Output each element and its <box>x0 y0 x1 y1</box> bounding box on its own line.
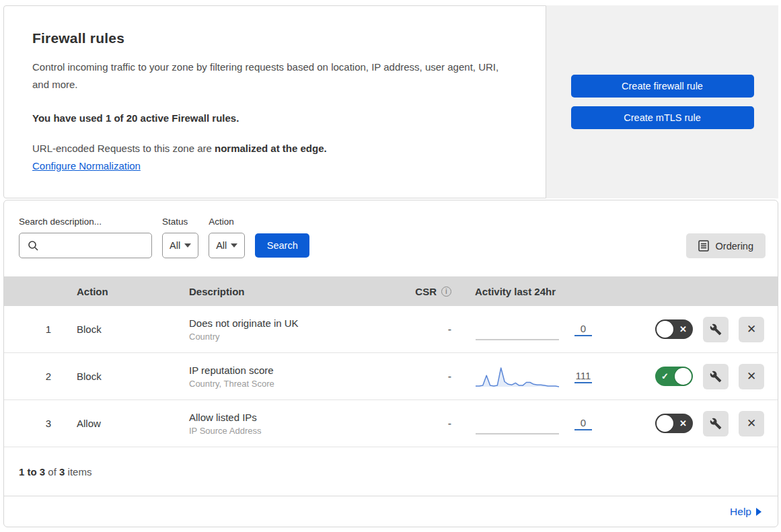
configure-normalization-link[interactable]: Configure Normalization <box>32 160 141 172</box>
action-select[interactable]: All <box>209 233 245 258</box>
toggle-state-icon <box>679 319 687 339</box>
rule-description-cell: Allow listed IPs IP Source Address <box>189 412 408 436</box>
rule-controls <box>620 317 778 342</box>
help-bar: Help <box>4 496 778 527</box>
edit-rule-button[interactable] <box>703 364 729 389</box>
rule-csr: - <box>408 371 451 383</box>
filter-bar: Search description... Status All Action … <box>4 200 778 276</box>
table-row: 2 Block IP reputation score Country, Thr… <box>4 353 778 400</box>
action-selected-value: All <box>216 240 227 251</box>
wrench-icon <box>710 418 722 430</box>
close-icon <box>747 322 756 336</box>
toggle-state-icon <box>661 367 669 386</box>
column-activity: Activity last 24hr <box>451 286 620 297</box>
rule-description-cell: IP reputation score Country, Threat Scor… <box>189 365 408 389</box>
normalization-prefix: URL-encoded Requests to this zone are <box>32 143 215 154</box>
toggle-knob <box>657 321 673 338</box>
table-row: 1 Block Does not originate in UK Country… <box>4 306 778 353</box>
wrench-icon <box>710 324 722 336</box>
activity-sparkline <box>475 365 560 388</box>
help-arrow-icon <box>756 508 761 516</box>
activity-count-link[interactable]: 0 <box>574 417 592 430</box>
help-label: Help <box>730 506 751 518</box>
status-field: Status All <box>162 217 198 258</box>
items-label: items <box>68 466 92 478</box>
status-label: Status <box>162 217 198 227</box>
rule-csr: - <box>408 418 451 430</box>
edit-rule-button[interactable] <box>703 411 729 436</box>
rule-action: Block <box>71 324 189 335</box>
status-select[interactable]: All <box>162 233 198 258</box>
rule-activity-cell: 111 <box>451 365 620 388</box>
activity-sparkline <box>475 318 560 341</box>
close-icon <box>747 369 756 383</box>
usage-summary: You have used 1 of 20 active Firewall ru… <box>32 112 513 124</box>
rule-enabled-toggle[interactable] <box>655 414 693 433</box>
chevron-down-icon <box>184 243 191 248</box>
activity-sparkline <box>475 412 560 435</box>
search-field: Search description... <box>19 217 152 258</box>
help-link[interactable]: Help <box>730 506 761 518</box>
rule-activity-cell: 0 <box>451 318 620 341</box>
info-icon[interactable] <box>441 287 451 297</box>
activity-count-link[interactable]: 111 <box>574 370 592 383</box>
rule-csr: - <box>408 324 451 336</box>
edit-rule-button[interactable] <box>703 317 729 342</box>
items-total: 3 <box>59 466 65 478</box>
table-row: 3 Allow Allow listed IPs IP Source Addre… <box>4 400 778 447</box>
normalization-bold: normalized at the edge. <box>215 143 327 154</box>
close-icon <box>747 416 756 430</box>
toggle-knob <box>675 368 692 385</box>
rule-description-cell: Does not originate in UK Country <box>189 317 408 342</box>
delete-rule-button[interactable] <box>739 317 764 342</box>
page-description: Control incoming traffic to your zone by… <box>32 59 510 94</box>
action-field: Action All <box>209 217 245 258</box>
wrench-icon <box>710 371 722 383</box>
page-title: Firewall rules <box>32 30 513 46</box>
chevron-down-icon <box>231 243 237 248</box>
activity-count-link[interactable]: 0 <box>574 323 592 336</box>
csr-header-label: CSR <box>415 286 437 297</box>
status-selected-value: All <box>170 240 180 251</box>
table-header: Action Description CSR Activity last 24h… <box>4 276 778 306</box>
search-icon <box>28 240 39 252</box>
column-csr: CSR <box>408 286 451 297</box>
of-label: of <box>48 466 57 478</box>
search-label: Search description... <box>19 217 152 227</box>
delete-rule-button[interactable] <box>739 364 764 389</box>
column-description: Description <box>189 286 408 297</box>
rule-action: Block <box>71 371 189 382</box>
rule-enabled-toggle[interactable] <box>655 319 693 339</box>
action-label: Action <box>209 217 245 227</box>
actions-panel: Create firewall rule Create mTLS rule <box>546 5 778 198</box>
rule-controls <box>620 364 778 389</box>
create-firewall-rule-button[interactable]: Create firewall rule <box>571 75 754 98</box>
rule-priority: 2 <box>4 371 71 382</box>
rule-activity-cell: 0 <box>451 412 620 435</box>
column-action: Action <box>71 286 189 297</box>
rule-fields: Country, Threat Score <box>189 379 408 389</box>
search-input[interactable] <box>19 233 152 258</box>
rule-priority: 1 <box>4 324 71 335</box>
rule-description: IP reputation score <box>189 365 408 376</box>
pagination-summary: 1 to 3 of 3 items <box>4 447 778 496</box>
top-section: Firewall rules Control incoming traffic … <box>3 5 778 198</box>
ordering-icon <box>698 240 709 252</box>
ordering-button[interactable]: Ordering <box>686 233 766 258</box>
firewall-rules-page: Firewall rules Control incoming traffic … <box>0 0 781 532</box>
rule-description: Does not originate in UK <box>189 317 408 329</box>
rules-card: Search description... Status All Action … <box>3 200 778 527</box>
delete-rule-button[interactable] <box>739 411 764 436</box>
rule-fields: IP Source Address <box>189 426 408 436</box>
rule-priority: 3 <box>4 418 71 429</box>
items-range: 1 to 3 <box>19 466 45 478</box>
toggle-knob <box>657 415 673 432</box>
normalization-text: URL-encoded Requests to this zone are no… <box>32 143 513 154</box>
search-button[interactable]: Search <box>255 233 309 258</box>
rule-controls <box>620 411 778 436</box>
rule-description: Allow listed IPs <box>189 412 408 423</box>
rule-fields: Country <box>189 332 408 342</box>
create-mtls-rule-button[interactable]: Create mTLS rule <box>571 106 754 129</box>
rule-enabled-toggle[interactable] <box>655 367 693 386</box>
rule-action: Allow <box>71 418 189 429</box>
